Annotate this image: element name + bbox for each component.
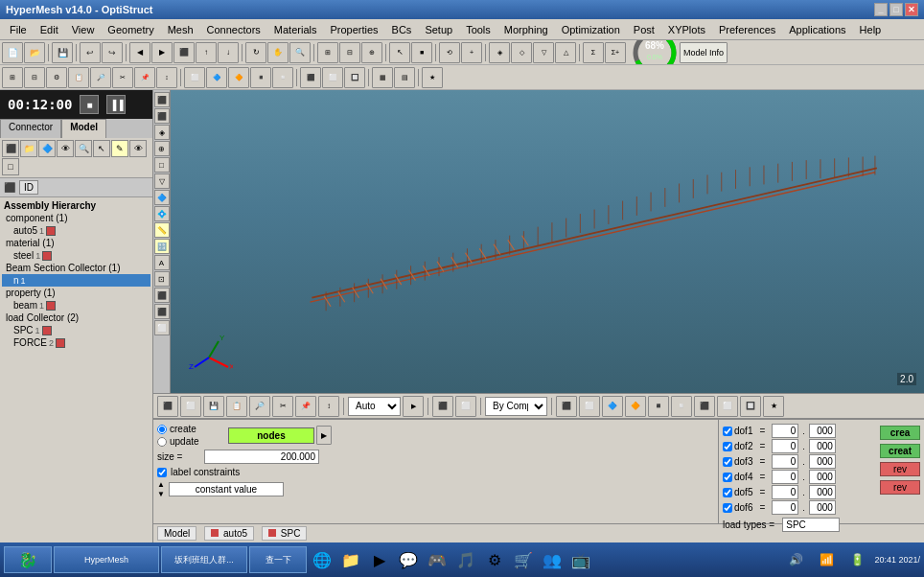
icon-8[interactable]: 💠 [154,206,170,221]
icon-14[interactable]: ⬛ [154,304,170,319]
toolbar-btn-13[interactable]: ⟲ [439,42,460,63]
bt2-17[interactable]: ⬛ [694,396,715,417]
icon-13[interactable]: ⬛ [154,288,170,303]
dof4-val2[interactable] [809,470,836,484]
menu-geometry[interactable]: Geometry [102,22,159,37]
spc-value-input[interactable] [782,518,840,532]
taskbar-icon-video[interactable]: 📺 [567,546,594,573]
tree-spc[interactable]: SPC 1 [2,324,150,336]
bt2-8[interactable]: ↕ [318,396,339,417]
minimize-button[interactable]: _ [874,3,888,16]
toolbar-undo[interactable]: ↩ [80,42,101,63]
tb2-btn-12[interactable]: ◾ [250,67,271,88]
tb2-btn-15[interactable]: ⬜ [322,67,343,88]
tb2-btn-1[interactable]: ⊞ [2,67,23,88]
panel-icon-5[interactable]: 🔍 [75,140,92,157]
menu-edit[interactable]: Edit [35,22,64,37]
dof3-checkbox[interactable] [723,457,732,467]
create-radio[interactable] [157,425,167,434]
dof6-val1[interactable] [772,500,798,515]
label-constraints-checkbox[interactable] [157,468,167,477]
tb2-btn-13[interactable]: ◽ [272,67,293,88]
tree-component[interactable]: component (1) [2,212,150,224]
menu-mesh[interactable]: Mesh [162,22,199,37]
pause-button[interactable]: ▐▐ [106,95,126,114]
tree-section[interactable]: Beam Section Collector (1) [2,262,150,274]
toolbar-fit[interactable]: ⊞ [317,42,338,63]
dof4-checkbox[interactable] [723,473,732,482]
constant-value-input[interactable]: constant value [169,482,284,496]
tb2-btn-18[interactable]: ▤ [394,67,415,88]
tb2-btn-11[interactable]: 🔶 [228,67,249,88]
dof1-val1[interactable] [772,424,798,438]
bt2-1[interactable]: ⬛ [157,396,178,417]
tray-icon-1[interactable]: 🔊 [782,546,809,573]
stop-button[interactable]: ■ [80,95,99,114]
toolbar-btn-16[interactable]: ◇ [511,42,532,63]
menu-bcs[interactable]: BCs [386,22,418,37]
tb2-btn-10[interactable]: 🔷 [206,67,227,88]
dof1-val2[interactable] [809,424,836,438]
nodes-dropdown[interactable]: nodes [228,427,314,444]
toolbar-btn-19[interactable]: Σ [583,42,604,63]
toolbar-btn-15[interactable]: ◈ [489,42,510,63]
auto-dropdown[interactable]: Auto [348,397,401,416]
bt2-7[interactable]: 📌 [295,396,316,417]
toolbar-btn-12[interactable]: ■ [411,42,432,63]
tb2-btn-8[interactable]: ↕ [156,67,177,88]
menu-materials[interactable]: Materials [268,22,323,37]
menu-morphing[interactable]: Morphing [498,22,554,37]
taskbar-hypermesh[interactable]: HyperMesh [54,546,159,573]
dof2-val1[interactable] [772,439,798,453]
icon-15[interactable]: ⬜ [154,320,170,335]
icon-3[interactable]: ◈ [154,125,170,140]
icon-7[interactable]: 🔷 [154,190,170,205]
menu-properties[interactable]: Properties [324,22,383,37]
icon-11[interactable]: A [154,255,170,270]
dof3-val1[interactable] [772,454,798,469]
toolbar-rotate[interactable]: ↻ [245,42,266,63]
panel-icon-3[interactable]: 🔷 [38,140,56,157]
tab-connector[interactable]: Connector [0,119,61,138]
bycomp-dropdown[interactable]: By Comp [485,397,547,416]
nodes-arrow-btn[interactable]: ▶ [316,426,332,445]
toolbar-redo[interactable]: ↪ [102,42,123,63]
taskbar-icon-settings[interactable]: ⚙ [481,546,508,573]
bt2-16[interactable]: ◽ [671,396,692,417]
reject-btn-2[interactable]: rev [880,480,920,495]
tree-section-name[interactable]: n 1 [2,274,150,287]
menu-help[interactable]: Help [854,22,888,37]
bt2-6[interactable]: ✂ [272,396,293,417]
bt2-10[interactable]: ⬜ [455,396,476,417]
bt2-18[interactable]: ⬜ [717,396,738,417]
dof6-checkbox[interactable] [723,503,732,513]
dof5-val1[interactable] [772,485,798,499]
taskbar-start[interactable]: 🐉 [4,546,52,573]
dof5-checkbox[interactable] [723,488,732,497]
tb2-btn-19[interactable]: ★ [422,67,443,88]
toolbar-zoom[interactable]: 🔍 [289,42,311,63]
bt2-arrow[interactable]: ▶ [403,396,424,417]
tb2-btn-17[interactable]: ▦ [372,67,393,88]
create-btn-2[interactable]: creat [880,444,920,458]
dof4-val1[interactable] [772,470,798,484]
bt2-19[interactable]: 🔲 [740,396,761,417]
dof2-checkbox[interactable] [723,442,732,451]
bt2-2[interactable]: ⬜ [180,396,201,417]
create-radio-label[interactable]: create [157,424,224,434]
bt2-20[interactable]: ★ [763,396,784,417]
menu-view[interactable]: View [66,22,101,37]
icon-10[interactable]: 🔡 [154,239,170,254]
icon-9[interactable]: 📏 [154,222,170,238]
toolbar-btn-5[interactable]: ⬛ [173,42,195,63]
bt2-12[interactable]: ⬜ [579,396,600,417]
tree-collector[interactable]: load Collector (2) [2,312,150,324]
panel-icon-7[interactable]: ✎ [111,140,128,157]
menu-post[interactable]: Post [628,22,660,37]
toolbar-btn-20[interactable]: Σ+ [605,42,626,63]
panel-icon-9[interactable]: □ [2,158,19,175]
bt2-14[interactable]: 🔶 [625,396,646,417]
taskbar-next[interactable]: 查一下 [249,546,307,573]
taskbar-icon-social[interactable]: 👥 [539,546,566,573]
tb2-btn-6[interactable]: ✂ [112,67,133,88]
